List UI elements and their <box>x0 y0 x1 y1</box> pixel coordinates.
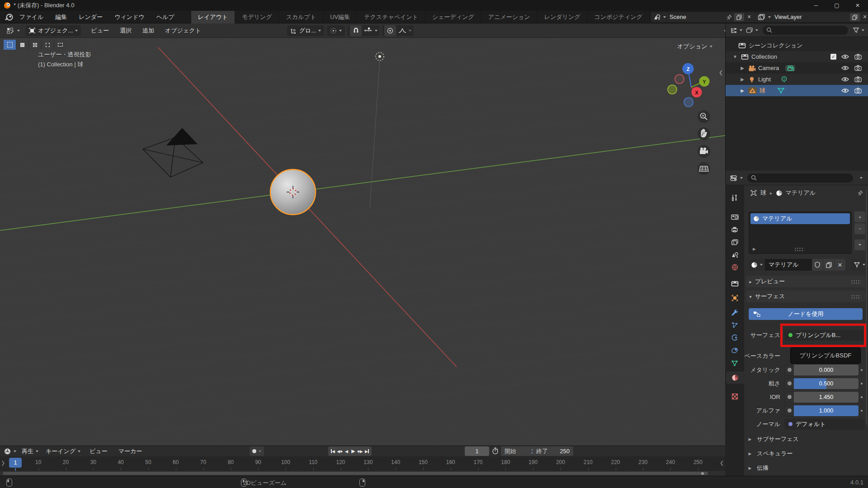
mode-dropdown[interactable]: オブジェク... <box>26 25 81 36</box>
unlink-scene-button[interactable]: ✕ <box>744 13 754 21</box>
axis-minus-z-ball[interactable] <box>684 98 693 107</box>
mesh-data-icon[interactable] <box>777 87 785 94</box>
material-slot-active[interactable]: マテリアル <box>750 213 850 224</box>
outliner-row-collection[interactable]: ▼ Collection ✓ <box>726 51 868 62</box>
play-button[interactable]: ▶ <box>350 447 357 455</box>
previous-keyframe-button[interactable]: ◀◆ <box>336 447 343 455</box>
select-mode-intersect-button[interactable] <box>54 40 66 50</box>
collection-checkbox[interactable]: ✓ <box>830 54 836 60</box>
next-keyframe-button[interactable]: ◆▶ <box>357 447 363 455</box>
tab-modifiers[interactable] <box>727 306 742 319</box>
camera-data-icon[interactable] <box>785 65 795 71</box>
tab-object-data[interactable] <box>727 357 742 369</box>
panel-grip[interactable] <box>851 280 861 284</box>
axis-x-ball[interactable]: X <box>692 87 702 98</box>
remove-material-slot-button[interactable]: − <box>854 223 865 234</box>
snap-settings-dropdown[interactable] <box>363 25 378 36</box>
outliner-row-sphere[interactable]: ▶ 球 <box>726 85 868 96</box>
light-data-icon[interactable] <box>781 76 788 83</box>
panel-preview[interactable]: ▸プレビュー <box>746 276 865 287</box>
timeline-menu-keying[interactable]: キーイング <box>42 447 84 455</box>
proportional-falloff-dropdown[interactable] <box>397 25 412 36</box>
tab-physics[interactable] <box>727 332 742 344</box>
axis-z-ball[interactable]: Z <box>683 63 694 75</box>
workspace-tab-texture-paint[interactable]: テクスチャペイント <box>357 11 425 23</box>
tab-world[interactable] <box>727 261 742 273</box>
hide-eye-icon[interactable] <box>841 88 849 93</box>
panel-specular[interactable]: ▶スペキュラー <box>746 448 862 459</box>
properties-search-input[interactable] <box>747 174 853 183</box>
hide-eye-icon[interactable] <box>841 66 849 70</box>
pivot-point-dropdown[interactable] <box>327 25 345 36</box>
current-frame-badge[interactable]: 1 <box>9 458 22 468</box>
properties-editor-type-button[interactable] <box>730 175 743 181</box>
menu-render[interactable]: レンダー <box>73 11 108 23</box>
maximize-button[interactable]: ▢ <box>826 0 847 11</box>
disable-render-icon[interactable] <box>854 88 862 94</box>
light-expand-arrow[interactable]: ▶ <box>739 77 745 82</box>
ior-slider[interactable]: 1.450 <box>794 392 859 403</box>
breadcrumb-data[interactable]: マテリアル <box>786 189 816 197</box>
scene-name[interactable]: Scene <box>666 14 726 20</box>
unlink-material-button[interactable]: ✕ <box>834 259 845 271</box>
tab-collection[interactable] <box>727 277 742 290</box>
editor-type-button[interactable] <box>4 25 23 36</box>
outliner-row-camera[interactable]: ▶ Camera <box>726 62 868 74</box>
ior-socket-button[interactable] <box>784 392 794 403</box>
scene-selector[interactable]: Scene ✕ <box>651 12 756 22</box>
timeline-menu-view[interactable]: ビュー <box>84 447 113 455</box>
roughness-slider[interactable]: 0.500 <box>794 378 859 389</box>
camera-expand-arrow[interactable]: ▶ <box>739 66 745 70</box>
properties-scrollbar[interactable] <box>866 190 867 425</box>
pin-icon[interactable] <box>726 14 732 20</box>
tab-render[interactable] <box>727 211 742 223</box>
workspace-tab-rendering[interactable]: レンダリング <box>538 11 588 23</box>
tab-constraints[interactable] <box>727 344 742 357</box>
normal-dropdown[interactable]: デフォルト <box>784 419 865 430</box>
use-nodes-button[interactable]: ノードを使用 <box>749 308 863 320</box>
minimize-button[interactable]: ─ <box>806 0 826 11</box>
timeline-menu-marker[interactable]: マーカー <box>113 447 148 455</box>
tab-scene[interactable] <box>727 249 742 261</box>
close-button[interactable]: ✕ <box>847 0 868 11</box>
3d-viewport[interactable]: オプション ユーザー・透視投影 (1) Collection | 球 Z Y <box>0 38 725 446</box>
metallic-socket-button[interactable] <box>784 365 794 375</box>
toggle-projection-button[interactable] <box>698 162 710 175</box>
jump-to-start-button[interactable]: ◀ <box>330 447 336 455</box>
animate-dot-icon[interactable] <box>859 369 865 371</box>
axis-minus-x-ball[interactable] <box>675 75 684 84</box>
tab-tool[interactable] <box>727 192 742 204</box>
slot-list-expand-icon[interactable]: ▶ <box>753 247 756 251</box>
outliner-filter-icon[interactable] <box>746 27 758 33</box>
select-mode-new-button[interactable] <box>4 40 16 50</box>
play-reverse-button[interactable]: ◀ <box>343 447 350 455</box>
metallic-slider[interactable]: 0.000 <box>794 365 859 375</box>
sidebar-toggle-arrow[interactable]: ❮ <box>719 70 723 75</box>
viewlayer-selector[interactable]: ViewLayer ✕ <box>756 12 868 22</box>
select-mode-invert-button[interactable] <box>42 40 54 50</box>
outliner-row-light[interactable]: ▶ Light <box>726 74 868 85</box>
panel-transmission[interactable]: ▶伝播 <box>746 463 862 474</box>
browse-material-button[interactable] <box>749 259 765 271</box>
outliner-filter-dropdown[interactable] <box>853 27 864 33</box>
zoom-view-button[interactable] <box>698 110 710 123</box>
material-name-field[interactable]: マテリアル <box>765 259 812 271</box>
timeline-menu-playback[interactable]: 再生 <box>18 447 42 455</box>
axis-y-ball[interactable]: Y <box>699 76 710 87</box>
outliner-search-input[interactable] <box>763 26 848 35</box>
collection-expand-arrow[interactable]: ▼ <box>732 54 738 59</box>
tab-output[interactable] <box>727 223 742 235</box>
timeline-scrollbar[interactable] <box>3 472 708 475</box>
animate-dot-icon[interactable] <box>859 410 865 412</box>
animate-dot-icon[interactable] <box>859 383 865 385</box>
breadcrumb-object[interactable]: 球 <box>760 189 766 197</box>
snap-magnet-toggle[interactable] <box>350 25 362 36</box>
workspace-tab-sculpting[interactable]: スカルプト <box>279 11 324 23</box>
viewport-menu-view[interactable]: ビュー <box>85 27 114 35</box>
remove-viewlayer-button[interactable]: ✕ <box>860 13 868 21</box>
panel-surface[interactable]: ▾サーフェス <box>746 291 865 302</box>
alpha-socket-button[interactable] <box>784 405 794 416</box>
workspace-tab-animation[interactable]: アニメーション <box>481 11 538 23</box>
alpha-slider[interactable]: 1.000 <box>794 405 859 416</box>
slot-list-grip[interactable] <box>794 247 804 251</box>
